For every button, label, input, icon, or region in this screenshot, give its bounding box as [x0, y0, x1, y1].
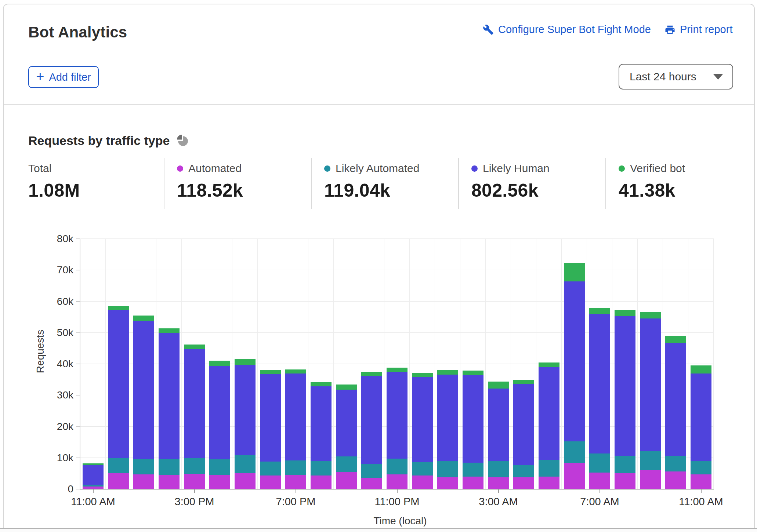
bar-segment-automated[interactable] [133, 474, 154, 489]
bar-segment-automated[interactable] [336, 472, 357, 489]
bar-segment-likely-human[interactable] [133, 321, 154, 459]
bar-segment-likely-human[interactable] [387, 372, 408, 459]
bar-segment-likely-automated[interactable] [640, 451, 661, 470]
bar-segment-automated[interactable] [640, 470, 661, 489]
bar-segment-likely-automated[interactable] [311, 461, 332, 475]
bar-segment-likely-human[interactable] [615, 316, 635, 456]
print-report-link[interactable]: Print report [664, 23, 732, 36]
bar-segment-verified-bot[interactable] [336, 385, 357, 390]
bar-segment-verified-bot[interactable] [564, 263, 585, 281]
bar-segment-likely-human[interactable] [437, 375, 458, 461]
bar-segment-verified-bot[interactable] [665, 336, 686, 343]
stacked-bar[interactable] [488, 382, 509, 489]
bar-segment-automated[interactable] [311, 475, 332, 489]
bar-segment-verified-bot[interactable] [311, 382, 332, 386]
bar-segment-verified-bot[interactable] [235, 359, 256, 364]
bar-segment-likely-automated[interactable] [539, 460, 559, 477]
bar-segment-automated[interactable] [83, 487, 104, 489]
bar-segment-verified-bot[interactable] [133, 316, 154, 321]
bar-segment-verified-bot[interactable] [361, 372, 382, 376]
bar-segment-verified-bot[interactable] [615, 310, 635, 317]
bar-segment-likely-human[interactable] [108, 310, 129, 458]
stacked-bar[interactable] [361, 372, 382, 489]
bar-segment-likely-human[interactable] [209, 366, 230, 459]
bar-segment-likely-automated[interactable] [133, 459, 154, 474]
bar-segment-verified-bot[interactable] [589, 308, 610, 314]
stacked-bar[interactable] [513, 380, 534, 489]
bar-segment-automated[interactable] [184, 474, 205, 489]
stacked-bar[interactable] [564, 263, 585, 489]
bar-segment-likely-human[interactable] [564, 281, 585, 441]
bar-segment-likely-human[interactable] [691, 374, 711, 461]
bar-segment-automated[interactable] [209, 475, 230, 489]
bar-segment-likely-automated[interactable] [361, 464, 382, 478]
bar-segment-automated[interactable] [361, 478, 382, 489]
bar-segment-likely-automated[interactable] [437, 461, 458, 477]
bar-segment-likely-human[interactable] [488, 389, 509, 461]
bar-segment-likely-human[interactable] [159, 333, 180, 459]
stacked-bar[interactable] [184, 345, 205, 489]
bar-segment-likely-human[interactable] [285, 374, 306, 460]
bar-segment-automated[interactable] [488, 477, 509, 489]
bar-segment-likely-human[interactable] [83, 465, 104, 485]
bar-segment-likely-human[interactable] [539, 367, 559, 460]
bar-segment-verified-bot[interactable] [260, 370, 281, 374]
bar-segment-likely-automated[interactable] [665, 456, 686, 471]
time-range-dropdown[interactable]: Last 24 hours [619, 64, 733, 90]
bar-segment-automated[interactable] [285, 475, 306, 489]
bar-segment-likely-human[interactable] [336, 390, 357, 456]
bar-segment-likely-human[interactable] [311, 386, 332, 461]
bar-segment-likely-automated[interactable] [387, 459, 408, 474]
bar-segment-automated[interactable] [539, 477, 559, 489]
add-filter-button[interactable]: + Add filter [28, 66, 99, 88]
bar-segment-likely-automated[interactable] [336, 456, 357, 472]
stacked-bar[interactable] [235, 359, 256, 489]
bar-segment-automated[interactable] [564, 463, 585, 489]
stacked-bar[interactable] [539, 362, 559, 489]
bar-segment-verified-bot[interactable] [640, 312, 661, 318]
bar-segment-likely-human[interactable] [463, 375, 483, 463]
bar-segment-likely-automated[interactable] [564, 441, 585, 463]
bar-segment-verified-bot[interactable] [437, 370, 458, 375]
bar-segment-automated[interactable] [387, 474, 408, 489]
bar-segment-likely-human[interactable] [260, 374, 281, 462]
bar-segment-verified-bot[interactable] [691, 365, 711, 374]
bar-segment-automated[interactable] [159, 475, 180, 489]
bar-segment-likely-human[interactable] [184, 349, 205, 458]
stacked-bar[interactable] [260, 370, 281, 489]
bar-segment-automated[interactable] [589, 473, 610, 489]
bar-segment-likely-automated[interactable] [108, 458, 129, 473]
bar-segment-automated[interactable] [691, 474, 711, 489]
bar-segment-verified-bot[interactable] [513, 380, 534, 385]
bar-segment-likely-automated[interactable] [691, 461, 711, 474]
bar-segment-verified-bot[interactable] [387, 368, 408, 372]
bar-segment-likely-human[interactable] [589, 314, 610, 453]
bar-segment-verified-bot[interactable] [539, 362, 559, 367]
stacked-bar[interactable] [640, 312, 661, 489]
stacked-bar[interactable] [589, 308, 610, 489]
bar-segment-likely-automated[interactable] [513, 465, 534, 477]
stacked-bar[interactable] [133, 316, 154, 489]
stacked-bar[interactable] [412, 373, 433, 489]
bar-segment-automated[interactable] [463, 477, 483, 489]
stacked-bar[interactable] [285, 369, 306, 489]
bar-segment-verified-bot[interactable] [159, 328, 180, 333]
bar-segment-automated[interactable] [108, 473, 129, 489]
stacked-bar[interactable] [615, 310, 635, 489]
bar-segment-likely-human[interactable] [235, 365, 256, 455]
stacked-bar[interactable] [83, 463, 104, 489]
bar-segment-likely-automated[interactable] [209, 459, 230, 475]
bar-segment-likely-automated[interactable] [412, 462, 433, 476]
stacked-bar[interactable] [159, 328, 180, 489]
bar-segment-likely-automated[interactable] [260, 462, 281, 475]
bar-segment-automated[interactable] [437, 477, 458, 489]
bar-segment-likely-automated[interactable] [488, 461, 509, 477]
bar-segment-likely-automated[interactable] [615, 456, 635, 473]
bar-segment-verified-bot[interactable] [463, 371, 483, 375]
stacked-bar[interactable] [665, 336, 686, 489]
bar-segment-likely-human[interactable] [640, 318, 661, 451]
bar-segment-likely-human[interactable] [513, 384, 534, 465]
bar-segment-likely-automated[interactable] [159, 459, 180, 475]
stacked-bar[interactable] [108, 306, 129, 489]
bar-segment-verified-bot[interactable] [108, 306, 129, 310]
